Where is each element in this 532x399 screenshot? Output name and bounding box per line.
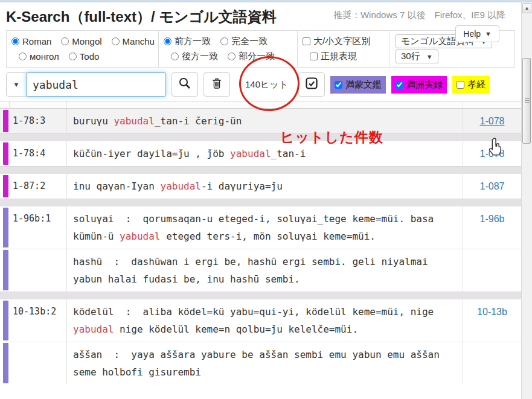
source-filter-manmou-bunkan-label: 満蒙文鑑 bbox=[345, 79, 382, 91]
text-segment: buruγu bbox=[73, 115, 114, 127]
radio-partial-match[interactable]: 部分一致 bbox=[228, 51, 275, 62]
radio-suffix-match-input[interactable] bbox=[171, 53, 179, 60]
result-text: inu qaγan-Iyan yabudal-i daγuriya=ǰu bbox=[66, 174, 463, 199]
help-button[interactable]: Help▼ bbox=[455, 25, 499, 42]
highlighted-term: yabudal bbox=[114, 115, 154, 127]
search-input[interactable] bbox=[26, 72, 166, 97]
result-text: küčün-iyer dayila=ǰu , ǰöb yabudal_tan-i bbox=[66, 141, 463, 166]
highlighted-term: yabudal bbox=[161, 180, 201, 192]
text-segment: küčün-iyer dayila=ǰu , ǰöb bbox=[73, 148, 230, 159]
radio-roman-input[interactable] bbox=[11, 37, 19, 45]
result-id: 1-96b:1 bbox=[10, 206, 66, 249]
result-page-link[interactable]: 10-13b bbox=[477, 307, 507, 317]
scrollbar-thumb[interactable] bbox=[522, 58, 531, 144]
result-id: 1-78:4 bbox=[10, 141, 66, 166]
checkbox-case-sensitive[interactable]: 大/小文字区別 bbox=[303, 36, 370, 47]
result-page-link[interactable]: 1-078 bbox=[480, 116, 505, 126]
row-gap bbox=[0, 166, 521, 174]
text-segment: eteged ters-i, mön soluγai keme=müi. bbox=[161, 231, 376, 242]
radio-suffix-match-label: 後方一致 bbox=[182, 51, 218, 62]
result-text: buruγu yabudal_tan-i čerig-ün bbox=[66, 109, 463, 133]
chevron-down-icon: ▼ bbox=[13, 81, 20, 88]
radio-exact-match[interactable]: 完全一致 bbox=[220, 36, 268, 47]
radio-prefix-match[interactable]: 前方一致 bbox=[164, 36, 211, 47]
source-filter-manshu-jitsuroku[interactable]: 満洲実録 bbox=[391, 76, 447, 94]
source-filter-kokyo[interactable]: 孝経 bbox=[452, 76, 490, 94]
result-link-cell: 10-13b bbox=[463, 299, 521, 342]
checkbox-regex-input[interactable] bbox=[310, 53, 318, 60]
row-gap bbox=[0, 292, 521, 299]
header: K-Search（full-text）/ モンゴル文語資料 推奨：Windows… bbox=[0, 2, 521, 28]
checkbox-regex[interactable]: 正規表現 bbox=[310, 51, 357, 62]
text-segment: hashū : dashūwan i ergi be, hashū ergi s… bbox=[73, 256, 434, 285]
script-options-group: Roman Mongol Manchu монгол Todo bbox=[7, 31, 159, 67]
row-gap bbox=[0, 133, 521, 141]
radio-mongol[interactable]: Mongol bbox=[61, 36, 101, 46]
result-text: aššan : yaya aššara yabure be aššan semb… bbox=[66, 342, 463, 385]
result-page-link[interactable]: 1-087 bbox=[480, 181, 505, 191]
source-filter-manmou-bunkan-input[interactable] bbox=[335, 81, 342, 89]
radio-cyrillic[interactable]: монгол bbox=[19, 51, 59, 62]
result-text: soluγai : qorumsaqan-u eteged-i, soluγai… bbox=[66, 206, 463, 249]
page-title-latin: K-Search（full-text）/ bbox=[6, 8, 155, 25]
result-page-link[interactable]: 1-96b bbox=[480, 214, 505, 224]
toggle-all-sources-button[interactable] bbox=[298, 72, 325, 97]
scrollbar-up-arrow[interactable]: ▲ bbox=[522, 3, 531, 13]
results-table: 1-78:3 buruγu yabudal_tan-i čerig-ün 1-0… bbox=[0, 101, 521, 385]
text-segment: ködelül : aliba ködel=kü yabu=qui-yi, kö… bbox=[73, 306, 440, 318]
source-color-bar bbox=[0, 174, 10, 199]
radio-partial-match-input[interactable] bbox=[228, 53, 236, 60]
result-id bbox=[10, 249, 66, 292]
search-options-panel: Roman Mongol Manchu монгол Todo 前方一致 完全一… bbox=[6, 30, 515, 68]
source-filter-manmou-bunkan[interactable]: 満蒙文鑑 bbox=[330, 76, 386, 94]
radio-exact-match-label: 完全一致 bbox=[231, 36, 268, 47]
chevron-down-icon: ▼ bbox=[485, 30, 492, 37]
result-link-cell bbox=[463, 342, 521, 385]
radio-partial-match-label: 部分一致 bbox=[239, 51, 275, 62]
radio-todo-input[interactable] bbox=[69, 53, 77, 60]
source-color-bar bbox=[0, 342, 10, 385]
result-row: 10-13b:2 ködelül : aliba ködel=kü yabu=q… bbox=[0, 299, 521, 342]
checkbox-case-sensitive-label: 大/小文字区別 bbox=[313, 36, 370, 47]
search-button[interactable] bbox=[171, 72, 198, 97]
radio-todo-label: Todo bbox=[80, 51, 100, 62]
radio-prefix-match-input[interactable] bbox=[164, 37, 171, 45]
rows-per-page-select[interactable]: 30行▼ bbox=[396, 49, 438, 63]
help-button-label: Help bbox=[463, 29, 481, 39]
source-filter-kokyo-input[interactable] bbox=[457, 81, 464, 89]
radio-mongol-input[interactable] bbox=[61, 37, 69, 45]
row-gap bbox=[0, 199, 521, 206]
source-filter-manshu-jitsuroku-input[interactable] bbox=[396, 81, 403, 89]
radio-manchu-input[interactable] bbox=[112, 37, 120, 45]
checkbox-case-sensitive-input[interactable] bbox=[303, 37, 310, 45]
clear-button[interactable] bbox=[204, 72, 230, 97]
page-title-japanese: モンゴル文語資料 bbox=[159, 8, 276, 25]
highlighted-term: yabudal bbox=[230, 148, 271, 159]
text-segment: _tan-i bbox=[271, 148, 306, 159]
source-color-bar bbox=[0, 141, 10, 166]
highlighted-term: yabudal bbox=[120, 231, 160, 242]
radio-suffix-match[interactable]: 後方一致 bbox=[171, 51, 218, 62]
search-bar: ▼ 140ヒット 満蒙文鑑 満洲実録 孝経 bbox=[6, 71, 515, 98]
result-subrow: aššan : yaya aššara yabure be aššan semb… bbox=[0, 342, 521, 385]
result-id: 1-78:3 bbox=[10, 109, 66, 133]
radio-cyrillic-input[interactable] bbox=[19, 53, 27, 60]
highlighted-term: yabudal bbox=[73, 324, 114, 335]
radio-todo[interactable]: Todo bbox=[69, 51, 100, 62]
result-row: 1-87:2 inu qaγan-Iyan yabudal-i daγuriya… bbox=[0, 174, 521, 199]
cursor-hand-icon bbox=[487, 138, 503, 159]
source-color-bar bbox=[0, 206, 10, 249]
trash-icon bbox=[211, 77, 223, 92]
text-segment: _tan-i čerig-ün bbox=[155, 115, 242, 127]
radio-roman[interactable]: Roman bbox=[11, 36, 51, 46]
vertical-scrollbar[interactable]: ▲ bbox=[521, 2, 532, 399]
radio-roman-label: Roman bbox=[22, 36, 51, 46]
check-all-icon bbox=[305, 77, 318, 92]
hits-annotation-text: ヒットした件数 bbox=[280, 128, 383, 147]
browser-recommendation: 推奨：Windows 7 以後 Firefox、IE9 以降 bbox=[333, 10, 505, 21]
k-search-page: K-Search（full-text）/ モンゴル文語資料 推奨：Windows… bbox=[0, 0, 532, 399]
radio-exact-match-input[interactable] bbox=[220, 37, 228, 45]
radio-manchu[interactable]: Manchu bbox=[112, 36, 155, 46]
result-row: 1-96b:1 soluγai : qorumsaqan-u eteged-i,… bbox=[0, 206, 521, 249]
search-history-dropdown-button[interactable]: ▼ bbox=[6, 72, 27, 97]
